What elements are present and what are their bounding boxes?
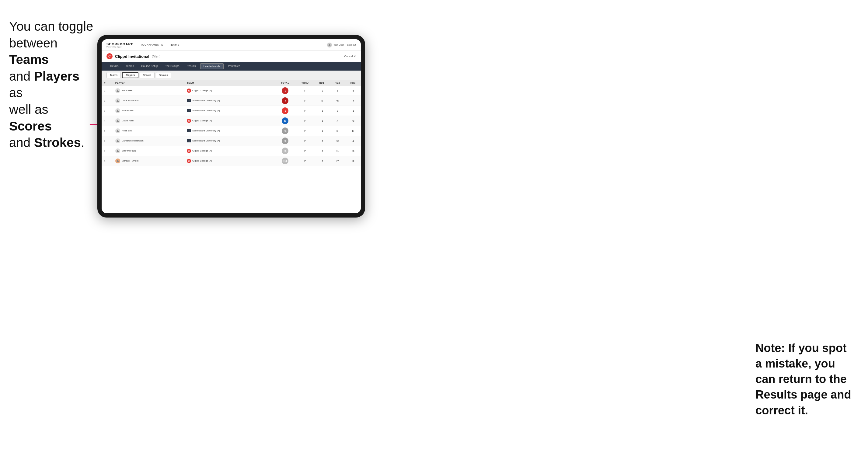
player-rd1: +3: [314, 86, 330, 96]
top-nav: SCOREBOARD Powered by clippd TOURNAMENTS…: [102, 39, 361, 51]
player-rank: 5: [102, 126, 113, 136]
tablet-screen: SCOREBOARD Powered by clippd TOURNAMENTS…: [102, 39, 361, 213]
tab-tee-groups[interactable]: Tee Groups: [161, 62, 183, 70]
player-team: ■Scoreboard University [A]: [184, 136, 274, 146]
score-badge: +11: [282, 158, 288, 164]
player-rd1: +1: [314, 116, 330, 126]
cancel-button[interactable]: Cancel ✕: [344, 55, 356, 58]
toggle-scores[interactable]: Scores: [140, 72, 154, 78]
player-rd1: -5: [314, 96, 330, 106]
player-team: CClippd College [A]: [184, 116, 274, 126]
tournament-logo: C: [106, 53, 113, 59]
svg-point-5: [117, 120, 118, 121]
players-highlight: Players: [34, 69, 80, 83]
tournament-header: C Clippd Invitational (Men) Cancel ✕: [102, 51, 361, 62]
user-icon: [327, 42, 332, 48]
tab-leaderboards[interactable]: Leaderboards: [200, 63, 224, 69]
player-total: -4: [274, 96, 296, 106]
toggle-teams[interactable]: Teams: [106, 72, 121, 78]
svg-point-1: [329, 44, 330, 45]
player-rd3: +2: [345, 156, 361, 166]
player-rank: 2: [102, 96, 113, 106]
player-team: CClippd College [A]: [184, 86, 274, 96]
svg-point-8: [117, 150, 118, 151]
score-badge: -4: [282, 97, 288, 104]
player-team: ■Scoreboard University [A]: [184, 126, 274, 136]
player-rd2: E: [330, 126, 345, 136]
player-rd3: -5: [345, 86, 361, 96]
player-total: -2: [274, 106, 296, 116]
player-rd3: E: [345, 126, 361, 136]
table-row: 3 Rich Butler ■Scoreboard University [A]…: [102, 106, 361, 116]
player-name: Elliot Ebert: [113, 86, 184, 96]
player-rd1: +1: [314, 106, 330, 116]
player-name: Chris Robertson: [113, 96, 184, 106]
svg-point-6: [117, 130, 118, 131]
player-rd2: -6: [330, 86, 345, 96]
tournament-name: Clippd Invitational: [115, 54, 149, 59]
teams-highlight: Teams: [9, 52, 49, 67]
tab-details[interactable]: Details: [106, 62, 122, 70]
player-rd3: -1: [345, 106, 361, 116]
player-rank: 4: [102, 116, 113, 126]
player-name: Cameron Robertson: [113, 136, 184, 146]
player-name: Marcus Turners: [113, 156, 184, 166]
col-header-rd2: RD2: [330, 80, 345, 86]
svg-point-7: [117, 140, 118, 141]
tab-course-setup[interactable]: Course Setup: [137, 62, 161, 70]
player-team: ■Scoreboard University [A]: [184, 106, 274, 116]
col-header-rank: #: [102, 80, 113, 86]
scoreboard-logo: SCOREBOARD Powered by clippd: [106, 42, 133, 48]
player-rd3: +3: [345, 116, 361, 126]
player-total: +8: [274, 146, 296, 156]
player-rank: 8: [102, 156, 113, 166]
player-rank: 7: [102, 146, 113, 156]
toggle-strokes[interactable]: Strokes: [156, 72, 171, 78]
col-header-player: PLAYER: [113, 80, 184, 86]
tournament-gender: (Men): [152, 55, 161, 58]
player-rank: 3: [102, 106, 113, 116]
player-rd1: +2: [314, 156, 330, 166]
player-name: Blair McHarg: [113, 146, 184, 156]
nav-tournaments[interactable]: TOURNAMENTS: [140, 43, 164, 47]
sign-out[interactable]: Sign out: [347, 43, 356, 46]
score-badge: -8: [282, 87, 288, 94]
user-name: Test User |: [334, 43, 345, 46]
player-team: ■Scoreboard University [A]: [184, 96, 274, 106]
player-thru: F: [296, 136, 314, 146]
player-rd2: +5: [330, 96, 345, 106]
player-team: CClippd College [A]: [184, 146, 274, 156]
table-row: 5 Rees Britt ■Scoreboard University [A] …: [102, 126, 361, 136]
toggle-row: Teams Players Scores Strokes: [102, 70, 361, 80]
player-rd2: +1: [330, 146, 345, 156]
nav-teams[interactable]: TEAMS: [168, 43, 180, 47]
col-header-thru: THRU: [296, 80, 314, 86]
logo-sub: Powered by clippd: [106, 46, 133, 48]
tab-teams[interactable]: Teams: [122, 62, 138, 70]
scores-highlight: Scores: [9, 119, 52, 133]
players-table: # PLAYER TEAM TOTAL THRU RD1 RD2 RD3 1 E…: [102, 80, 361, 166]
player-rd1: +1: [314, 126, 330, 136]
strokes-highlight: Strokes: [34, 135, 81, 150]
toggle-players[interactable]: Players: [122, 72, 138, 78]
table-row: 4 David Ford CClippd College [A] E F +1 …: [102, 116, 361, 126]
tab-printables[interactable]: Printables: [224, 62, 244, 70]
player-rd3: -1: [345, 136, 361, 146]
tablet-frame: SCOREBOARD Powered by clippd TOURNAMENTS…: [97, 35, 365, 218]
tournament-title-row: C Clippd Invitational (Men): [106, 53, 160, 59]
score-badge: -2: [282, 107, 288, 114]
svg-point-3: [117, 100, 118, 101]
player-rd3: -4: [345, 96, 361, 106]
col-header-rd1: RD1: [314, 80, 330, 86]
player-rank: 1: [102, 86, 113, 96]
nav-links: TOURNAMENTS TEAMS: [140, 43, 327, 47]
leaderboard-table: # PLAYER TEAM TOTAL THRU RD1 RD2 RD3 1 E…: [102, 80, 361, 213]
left-annotation: You can toggle between Teams and Players…: [9, 18, 94, 151]
right-annotation: Note: If you spot a mistake, you can ret…: [755, 340, 859, 418]
table-row: 1 Elliot Ebert CClippd College [A] -8 F …: [102, 86, 361, 96]
tab-results[interactable]: Results: [183, 62, 199, 70]
player-thru: F: [296, 156, 314, 166]
svg-point-9: [117, 160, 118, 161]
player-rd2: +7: [330, 156, 345, 166]
player-thru: F: [296, 116, 314, 126]
